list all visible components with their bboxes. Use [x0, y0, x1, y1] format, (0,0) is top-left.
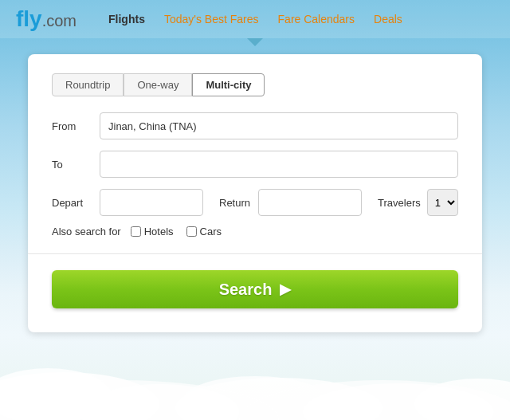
search-button-label: Search — [219, 281, 273, 299]
hotels-checkbox[interactable] — [131, 226, 141, 237]
logo-dotcom-text: .com — [42, 12, 76, 30]
nav-deals[interactable]: Deals — [374, 13, 402, 26]
nav-fare-calendars[interactable]: Fare Calendars — [278, 13, 355, 26]
also-search-label: Also search for — [52, 226, 121, 237]
to-input[interactable] — [100, 151, 458, 178]
nav-links: Flights Today's Best Fares Fare Calendar… — [108, 13, 494, 26]
also-search-row: Also search for Hotels Cars — [52, 226, 458, 237]
return-label: Return — [219, 197, 250, 209]
search-card: Roundtrip One-way Multi-city From To Dep… — [28, 54, 482, 332]
depart-input[interactable] — [100, 189, 203, 216]
travelers-label: Travelers — [378, 197, 421, 209]
logo-fly-text: fly — [16, 6, 42, 32]
trip-tabs: Roundtrip One-way Multi-city — [52, 73, 458, 96]
hotels-checkbox-label[interactable]: Hotels — [131, 226, 174, 237]
to-label: To — [52, 159, 100, 171]
nav-arrow — [247, 38, 263, 46]
search-button[interactable]: Search ▶ — [52, 270, 458, 308]
hotels-label: Hotels — [144, 226, 174, 237]
tab-multi-city[interactable]: Multi-city — [192, 73, 265, 96]
cars-checkbox[interactable] — [186, 226, 197, 237]
depart-label: Depart — [52, 197, 100, 209]
nav-best-fares[interactable]: Today's Best Fares — [164, 13, 259, 26]
cars-label: Cars — [200, 226, 222, 237]
logo: fly .com — [16, 6, 76, 32]
tab-roundtrip[interactable]: Roundtrip — [52, 73, 124, 96]
depart-row: Depart Return Travelers 1 2 3 4 5 — [52, 189, 458, 216]
return-input[interactable] — [258, 189, 362, 216]
divider — [28, 253, 482, 254]
tab-one-way[interactable]: One-way — [124, 73, 192, 96]
search-arrow-icon: ▶ — [280, 281, 291, 298]
from-input[interactable] — [100, 112, 458, 139]
travelers-select[interactable]: 1 2 3 4 5 — [427, 189, 458, 216]
to-row: To — [52, 151, 458, 178]
from-row: From — [52, 112, 458, 139]
nav-flights[interactable]: Flights — [108, 13, 145, 26]
cars-checkbox-label[interactable]: Cars — [186, 226, 222, 237]
navbar: fly .com Flights Today's Best Fares Fare… — [0, 0, 510, 38]
from-label: From — [52, 120, 100, 132]
